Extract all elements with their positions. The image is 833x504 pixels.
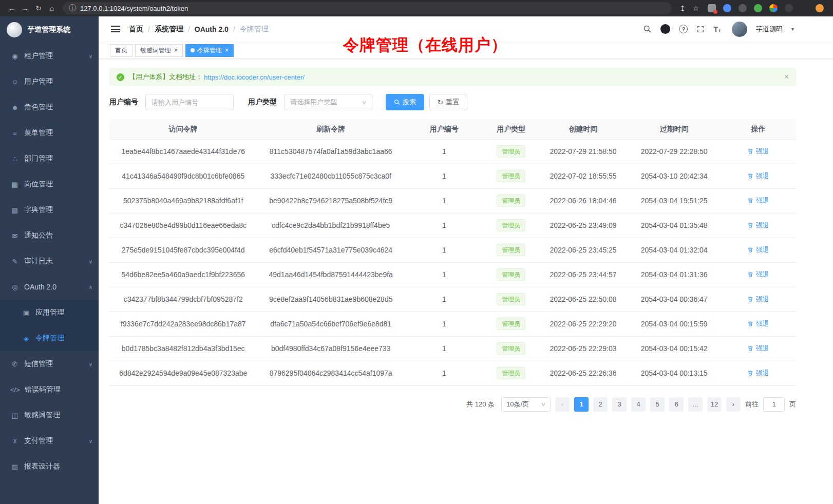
user-menu-caret-icon[interactable]: ▾ <box>791 26 794 32</box>
sidebar-item-errcode[interactable]: </>错误码管理 <box>0 377 99 402</box>
sidebar-item-label: 敏感词管理 <box>24 411 92 420</box>
force-logout-button[interactable]: 强退 <box>747 171 769 181</box>
tag-close-icon[interactable]: × <box>174 47 178 53</box>
sidebar-item-pay[interactable]: ¥支付管理∨ <box>0 428 99 454</box>
breadcrumb-item[interactable]: 系统管理 <box>155 25 183 34</box>
page-size-select[interactable]: 10条/页 ∨ <box>501 397 551 412</box>
sidebar-item-notice[interactable]: ✉通知公告 <box>0 223 99 248</box>
force-logout-label: 强退 <box>755 171 769 181</box>
breadcrumb-item[interactable]: 首页 <box>129 25 143 34</box>
force-logout-button[interactable]: 强退 <box>747 270 769 279</box>
user-name[interactable]: 芋道源码 <box>756 25 783 34</box>
force-logout-label: 强退 <box>755 196 769 205</box>
expire-time-cell: 2022-07-29 22:28:50 <box>628 139 720 164</box>
tag-close-icon[interactable]: × <box>225 47 229 53</box>
sidebar-item-post[interactable]: ▤岗位管理 <box>0 171 99 197</box>
user-type-select[interactable]: 请选择用户类型 ∨ <box>284 94 372 110</box>
share-icon[interactable]: ↥ <box>676 4 689 12</box>
pagination-page-button[interactable]: 5 <box>650 397 665 412</box>
breadcrumb-separator: / <box>148 25 150 33</box>
sidebar-item-user[interactable]: ☺用户管理 <box>0 69 99 94</box>
delete-icon <box>747 173 753 179</box>
access-token-cell: 275e5de9151045fe87cbdc395e004f4d <box>109 238 257 262</box>
force-logout-button[interactable]: 强退 <box>747 369 769 378</box>
sidebar-item-dept[interactable]: ∴部门管理 <box>0 146 99 171</box>
prev-page-button[interactable]: ‹ <box>555 397 570 412</box>
search-icon[interactable] <box>643 25 652 33</box>
sidebar-item-menu[interactable]: ≡菜单管理 <box>0 120 99 146</box>
app-logo[interactable]: 芋道管理系统 <box>0 16 99 43</box>
pagination-page-button[interactable]: 12 <box>707 397 722 412</box>
sidebar-item-sensitive[interactable]: ◫敏感词管理 <box>0 402 99 428</box>
alert-close-icon[interactable]: × <box>784 72 789 82</box>
pagination-page-button[interactable]: 3 <box>612 397 627 412</box>
force-logout-button[interactable]: 强退 <box>747 319 769 328</box>
chevron-down-icon: ∨ <box>362 99 367 106</box>
sidebar-item-label: OAuth 2.0 <box>24 283 86 291</box>
sidebar-item-role[interactable]: ☻角色管理 <box>0 94 99 120</box>
address-bar[interactable]: ⓘ 127.0.0.1:1024/system/oauth2/token <box>63 2 672 14</box>
search-button[interactable]: 搜索 <box>386 94 424 110</box>
force-logout-button[interactable]: 强退 <box>747 295 769 304</box>
extensions-grid-icon-badge <box>713 10 717 14</box>
force-logout-button[interactable]: 强退 <box>747 196 769 205</box>
site-info-icon[interactable]: ⓘ <box>69 4 76 13</box>
sidebar-item-tenant[interactable]: ◉租户管理∨ <box>0 43 99 69</box>
pagination-page-button[interactable]: 1 <box>574 397 589 412</box>
sidebar-item-token[interactable]: ◈令牌管理 <box>0 325 99 351</box>
sidebar-item-report[interactable]: ▥报表设计器 <box>0 454 99 479</box>
user-id-input[interactable] <box>145 94 234 110</box>
extensions-grid-icon[interactable] <box>708 4 716 12</box>
force-logout-button[interactable]: 强退 <box>747 221 769 230</box>
tag-home[interactable]: 首页 <box>110 44 132 57</box>
success-check-icon: ✓ <box>117 73 124 81</box>
sidebar-item-audit[interactable]: ✎审计日志∨ <box>0 248 99 274</box>
force-logout-button[interactable]: 强退 <box>747 147 769 156</box>
alert-doc-link[interactable]: https://doc.iocoder.cn/user-center/ <box>204 73 305 81</box>
force-logout-button[interactable]: 强退 <box>747 245 769 255</box>
browser-refresh-icon[interactable]: ↻ <box>32 4 45 12</box>
sidebar-item-app[interactable]: ▣应用管理 <box>0 300 99 325</box>
font-size-icon[interactable]: TT <box>713 25 721 33</box>
extension-paw-icon[interactable] <box>785 4 793 12</box>
sidebar-item-dict[interactable]: ▦字典管理 <box>0 197 99 223</box>
help-icon[interactable]: ? <box>679 25 688 33</box>
extension-blue-icon[interactable] <box>723 4 731 12</box>
extension-green-icon[interactable] <box>754 4 762 12</box>
browser-profile-avatar[interactable] <box>816 4 824 12</box>
tag-sensitive-word[interactable]: 敏感词管理× <box>135 44 183 57</box>
sidebar-item-sms[interactable]: ✆短信管理∨ <box>0 351 99 377</box>
extension-pinwheel-icon[interactable] <box>769 4 778 12</box>
pagination-page-button[interactable]: 6 <box>669 397 684 412</box>
force-logout-button[interactable]: 强退 <box>747 344 769 353</box>
force-logout-label: 强退 <box>755 295 769 304</box>
user-type-cell: 管理员 <box>484 336 539 361</box>
goto-page-input[interactable] <box>763 397 785 412</box>
reset-button-label: 重置 <box>446 98 459 107</box>
pagination-page-button[interactable]: 2 <box>593 397 608 412</box>
github-icon[interactable] <box>660 24 670 34</box>
sidebar-item-oauth[interactable]: ◎OAuth 2.0∧ <box>0 274 99 300</box>
search-button-label: 搜索 <box>403 98 416 107</box>
browser-forward-icon[interactable]: → <box>18 4 32 12</box>
bookmark-star-icon[interactable]: ☆ <box>689 4 703 12</box>
user-type-badge: 管理员 <box>497 293 525 305</box>
sidebar-item-label: 审计日志 <box>24 257 86 266</box>
sidebar-item-label: 字典管理 <box>24 205 92 215</box>
fullscreen-icon[interactable] <box>696 25 705 33</box>
next-page-button[interactable]: › <box>726 397 741 412</box>
pagination-more-button[interactable]: ... <box>688 397 703 412</box>
sidebar-item-label: 短信管理 <box>24 359 86 369</box>
browser-back-icon[interactable]: ← <box>5 4 18 12</box>
pagination-page-button[interactable]: 4 <box>631 397 646 412</box>
extension-reader-icon[interactable] <box>800 4 808 12</box>
user-avatar[interactable] <box>732 22 747 37</box>
tag-token[interactable]: 令牌管理× <box>185 44 234 57</box>
reset-button[interactable]: ↻ 重置 <box>429 94 467 110</box>
user-icon: ☺ <box>10 78 20 86</box>
breadcrumb-item[interactable]: OAuth 2.0 <box>195 25 229 33</box>
sidebar-toggle-icon[interactable] <box>111 26 120 32</box>
force-logout-label: 强退 <box>755 319 769 328</box>
extension-dark-icon[interactable] <box>739 4 747 12</box>
browser-home-icon[interactable]: ⌂ <box>45 4 59 12</box>
